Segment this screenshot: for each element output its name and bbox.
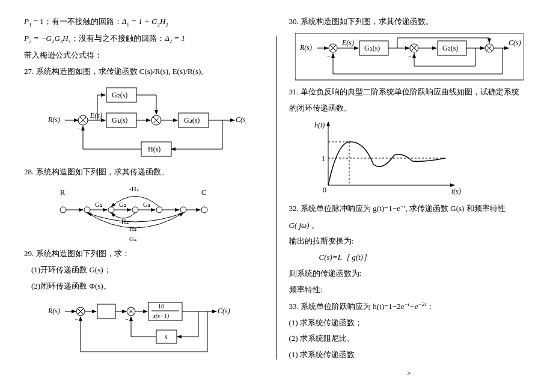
edge-g2: G₂ [119, 201, 126, 208]
laplace-text: 输出的拉斯变换为: [289, 235, 530, 248]
svg-point-25 [84, 207, 90, 213]
q31-text: 31. 单位负反响的典型二阶系统单位阶跃响应曲线如图，试确定系统 [289, 86, 530, 99]
edge-g1: G₁ [95, 201, 102, 208]
svg-point-24 [60, 207, 66, 213]
svg-point-29 [180, 207, 186, 213]
label-C28: C [201, 188, 206, 197]
svg-text:−: − [408, 53, 412, 60]
diagram-30: R(s) − E(s) G₁(s) − G₂(s) [295, 33, 530, 81]
q33-1: (1) 求系统传递函数； [289, 317, 530, 329]
label-E30: E(s) [341, 38, 354, 47]
q32-text: 32. 系统单位脉冲响应为 g(t)=1−e−t, 求传递函数 G(s) 和频率… [289, 202, 530, 215]
q27-text: 27. 系统构造图如图，求传递函数 C(s)/R(s), E(s)/R(s)。 [24, 66, 264, 78]
block-h: H(s) [148, 145, 160, 153]
tf-num: 10 [158, 303, 164, 310]
q31-text-b: 的闭环传递函数。 [289, 102, 530, 115]
label-R30: R(s) [299, 43, 312, 52]
equation-p1: P1 = 1；有一不接触的回路：Δ1 = 1 + G2H2 [24, 16, 264, 29]
tf-line: 则系统的传递函数为: [289, 268, 530, 280]
edge-h2: H₂ [129, 225, 136, 232]
svg-text:−: − [327, 53, 331, 60]
svg-rect-43 [97, 304, 115, 319]
footer-mark: > [289, 367, 530, 380]
freq-line: 频率特性: [289, 284, 530, 296]
q33-2: (2) 求系统阻尼比。 [289, 332, 530, 345]
svg-text:−: − [75, 316, 78, 323]
edge-h1: -H₁ [129, 185, 139, 192]
q30-text: 30. 系统构造图如下列图，求其传递函数。 [289, 16, 530, 28]
edge-g4: G₄ [129, 235, 137, 242]
q29-1: (1)开环传递函数 G(s)； [31, 264, 264, 277]
equation-p2: P2 = −G2G3H1；没有与之不接触的回路：Δ2 = 1 [24, 32, 264, 46]
right-column: 30. 系统构造图如下列图，求其传递函数。 R(s) − E(s) G₁(s) [289, 12, 530, 384]
block-g2: G₂(s) [112, 91, 127, 99]
laplace-eq: C(s)=L［ g(t)］ [319, 251, 530, 264]
tf-den: s(s+1) [153, 313, 170, 320]
svg-text:0: 0 [323, 186, 326, 194]
block-g2-30: G₂(s) [442, 44, 458, 52]
svg-text:−: − [77, 126, 81, 132]
svg-text:−: − [125, 316, 129, 323]
block-g1: G₁(s) [112, 116, 127, 124]
q33-3: (1) 求系统传递函数 [289, 349, 530, 361]
left-column: P1 = 1；有一不接触的回路：Δ1 = 1 + G2H2 P2 = −G2G3… [24, 12, 264, 384]
svg-point-30 [201, 207, 207, 213]
page-content: P1 = 1；有一不接触的回路：Δ1 = 1 + G2H2 P2 = −G2G3… [24, 12, 529, 384]
diagram-27: R(s) − E(s) G₁(s) G₂(s) [48, 83, 264, 161]
column-divider [276, 36, 277, 360]
label-C30: C(s) [509, 38, 521, 47]
label-C29: C(s) [218, 307, 230, 315]
svg-point-26 [108, 207, 114, 213]
label-C: C(s) [236, 115, 246, 124]
fb-s: s [165, 332, 168, 341]
q33-text: 33. 系统单位阶跃响应为 h(t)=1−2e−t+e−2t： [289, 300, 530, 313]
svg-point-28 [156, 207, 162, 213]
label-E: E(s) [90, 111, 102, 120]
q29-2: (2)闭环传递函数 Φ(s)。 [31, 280, 264, 293]
label-R28: R [60, 188, 65, 197]
label-R: R(s) [48, 115, 60, 124]
block-g3: G₃(s) [184, 116, 200, 124]
svg-point-27 [132, 207, 138, 213]
tick1: 1 [322, 155, 325, 163]
ylabel: h(t) [314, 121, 325, 129]
graph-31: h(t) t(s) 1 0 [307, 119, 530, 197]
label-R29: R(s) [48, 307, 60, 315]
q29-text: 29. 系统构造图如下列图，求： [24, 248, 264, 260]
diagram-29: R(s) − − 10 s(s+1) C(s) [48, 298, 264, 358]
q28-text: 28. 系统构造图如下列图，求其传递函数。 [24, 166, 264, 179]
xlabel: t(s) [451, 187, 461, 195]
edge-g3: G₃ [143, 201, 150, 208]
block-g1-30: G₁(s) [364, 44, 380, 52]
diagram-28: R C G₁ G₂ G₃ [48, 183, 264, 243]
meixun-text: 带入梅逊公式公式得： [24, 49, 264, 62]
q32-g: G( jω) 。 [289, 219, 530, 232]
